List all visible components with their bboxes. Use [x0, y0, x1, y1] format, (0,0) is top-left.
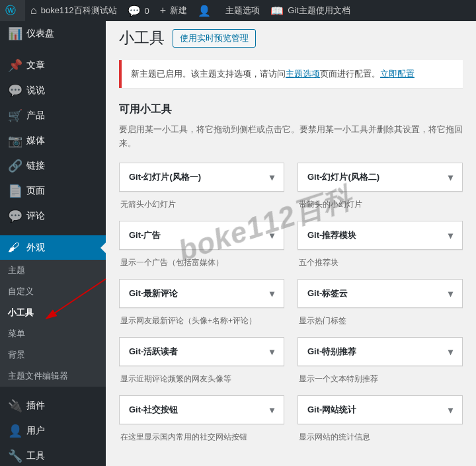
- page-title: 小工具: [119, 28, 165, 48]
- submenu-background[interactable]: 背景: [0, 344, 106, 366]
- comment-icon: 💬: [128, 5, 141, 17]
- camera-icon: 📷: [8, 134, 21, 148]
- sidebar-item-plugins[interactable]: 🔌插件: [0, 393, 106, 418]
- widgets-grid: Git-幻灯片(风格一)无箭头小幻灯片 Git-幻灯片(风格二)带箭头的小幻灯片…: [119, 163, 463, 453]
- sidebar-item-label: 工具: [26, 450, 45, 462]
- widget-item: Git-网站统计显示网站的统计信息: [298, 395, 463, 443]
- available-widgets-title: 可用小工具: [119, 102, 463, 116]
- widget-header[interactable]: Git-特别推荐: [298, 337, 463, 366]
- docs-link[interactable]: 📖Git主题使用文档: [265, 0, 356, 21]
- widget-desc: 在这里显示国内常用的社交网站按钮: [119, 424, 284, 443]
- widget-desc: 显示一个广告（包括富媒体）: [119, 250, 284, 268]
- widget-header[interactable]: Git-标签云: [298, 279, 463, 308]
- widget-header[interactable]: Git-社交按钮: [119, 395, 284, 424]
- widget-desc: 显示网站的统计信息: [298, 424, 463, 443]
- available-widgets-desc: 要启用某一小工具，将它拖动到侧栏或点击它。要禁用某一小工具并删除其设置，将它拖回…: [119, 123, 463, 151]
- widget-desc: 带箭头的小幻灯片: [298, 192, 463, 210]
- widget-desc: 显示近期评论频繁的网友头像等: [119, 366, 284, 385]
- submenu-theme-editor[interactable]: 主题文件编辑器: [0, 366, 106, 387]
- widget-desc: 显示网友最新评论（头像+名称+评论）: [119, 308, 284, 327]
- widget-item: Git-最新评论显示网友最新评论（头像+名称+评论）: [119, 279, 284, 327]
- widget-item: Git-幻灯片(风格二)带箭头的小幻灯片: [298, 163, 463, 210]
- widget-header[interactable]: Git-幻灯片(风格一): [119, 163, 284, 192]
- submenu-customize[interactable]: 自定义: [0, 281, 106, 302]
- widget-header[interactable]: Git-广告: [119, 221, 284, 250]
- widget-item: Git-特别推荐显示一个文本特别推荐: [298, 337, 463, 385]
- widget-desc: 五个推荐块: [298, 250, 463, 268]
- widget-title: Git-特别推荐: [307, 346, 356, 358]
- widget-header[interactable]: Git-幻灯片(风格二): [298, 163, 463, 192]
- sidebar-item-label: 外观: [26, 242, 45, 254]
- sidebar-item-posts[interactable]: 📌文章: [0, 53, 106, 78]
- link-icon: 🔗: [8, 159, 21, 173]
- plus-icon: +: [160, 5, 166, 17]
- comments-link[interactable]: 💬0: [122, 0, 155, 21]
- widget-title: Git-推荐模块: [307, 229, 356, 241]
- sidebar-item-appearance[interactable]: 🖌外观: [0, 235, 106, 260]
- sidebar-item-label: 文章: [26, 59, 45, 71]
- theme-options-label: 主题选项: [225, 5, 260, 17]
- widget-desc: 显示热门标签: [298, 308, 463, 327]
- widget-title: Git-网站统计: [307, 404, 356, 416]
- sidebar-item-media[interactable]: 📷媒体: [0, 128, 106, 153]
- admin-sidebar: 📊仪表盘 📌文章 💬说说 🛒产品 📷媒体 🔗链接 📄页面 💬评论 🖌外观 主题 …: [0, 21, 106, 466]
- submenu-widgets[interactable]: 小工具: [0, 302, 106, 323]
- sidebar-item-shuoshuo[interactable]: 💬说说: [0, 78, 106, 103]
- widget-title: Git-社交按钮: [129, 404, 178, 416]
- widget-header[interactable]: Git-最新评论: [119, 279, 284, 308]
- new-content[interactable]: +新建: [155, 0, 192, 21]
- sidebar-item-links[interactable]: 🔗链接: [0, 153, 106, 178]
- submenu-menus[interactable]: 菜单: [0, 323, 106, 344]
- widget-header[interactable]: Git-活跃读者: [119, 337, 284, 366]
- submenu-themes[interactable]: 主题: [0, 260, 106, 281]
- sidebar-item-dashboard[interactable]: 📊仪表盘: [0, 21, 106, 46]
- brush-icon: 🖌: [8, 241, 21, 254]
- user-icon: 👤: [8, 424, 21, 438]
- widget-title: Git-幻灯片(风格一): [129, 171, 201, 183]
- live-preview-button[interactable]: 使用实时预览管理: [173, 29, 256, 48]
- docs-label: Git主题使用文档: [288, 5, 350, 17]
- sidebar-item-users[interactable]: 👤用户: [0, 418, 106, 444]
- notice-text: 页面进行配置。: [320, 69, 380, 79]
- notice-text: 新主题已启用。该主题支持选项，请访问: [131, 69, 286, 79]
- widget-title: Git-最新评论: [129, 288, 178, 299]
- widget-header[interactable]: Git-推荐模块: [298, 221, 463, 250]
- content-area: 小工具 使用实时预览管理 新主题已启用。该主题支持选项，请访问主题选项页面进行配…: [106, 21, 476, 466]
- home-icon: ⌂: [30, 5, 37, 17]
- sidebar-item-label: 链接: [26, 160, 45, 172]
- chat-icon: 💬: [8, 83, 21, 98]
- sidebar-item-products[interactable]: 🛒产品: [0, 103, 106, 128]
- sidebar-item-label: 用户: [26, 425, 45, 437]
- widget-item: Git-幻灯片(风格一)无箭头小幻灯片: [119, 163, 284, 210]
- widget-desc: 显示一个文本特别推荐: [298, 366, 463, 385]
- new-label: 新建: [170, 5, 187, 17]
- site-link[interactable]: ⌂boke112百科测试站: [25, 0, 122, 21]
- wrench-icon: 🔧: [8, 449, 21, 463]
- comment-icon: 💬: [8, 209, 21, 223]
- sidebar-item-pages[interactable]: 📄页面: [0, 178, 106, 204]
- sidebar-item-label: 页面: [26, 185, 45, 197]
- widget-item: Git-社交按钮在这里显示国内常用的社交网站按钮: [119, 395, 284, 443]
- widget-item: Git-标签云显示热门标签: [298, 279, 463, 327]
- sidebar-item-label: 仪表盘: [26, 28, 54, 40]
- configure-now-link[interactable]: 立即配置: [380, 69, 415, 79]
- widget-header[interactable]: Git-网站统计: [298, 395, 463, 424]
- theme-notice: 新主题已启用。该主题支持选项，请访问主题选项页面进行配置。立即配置: [119, 60, 463, 88]
- wp-logo[interactable]: ⓦ: [0, 0, 25, 21]
- a11y-link[interactable]: 👤: [192, 0, 220, 21]
- widget-item: Git-广告显示一个广告（包括富媒体）: [119, 221, 284, 268]
- sidebar-item-label: 说说: [26, 85, 45, 97]
- sidebar-item-tools[interactable]: 🔧工具: [0, 444, 106, 466]
- person-icon: 👤: [198, 5, 211, 17]
- cart-icon: 🛒: [8, 108, 21, 123]
- sidebar-item-comments[interactable]: 💬评论: [0, 204, 106, 229]
- main-wrap: 📊仪表盘 📌文章 💬说说 🛒产品 📷媒体 🔗链接 📄页面 💬评论 🖌外观 主题 …: [0, 21, 476, 466]
- theme-options-link[interactable]: 主题选项: [286, 69, 320, 79]
- widget-desc: 无箭头小幻灯片: [119, 192, 284, 210]
- plug-icon: 🔌: [8, 399, 21, 413]
- page-header: 小工具 使用实时预览管理: [119, 28, 463, 48]
- sidebar-item-label: 插件: [26, 400, 45, 412]
- theme-options-link[interactable]: 主题选项: [220, 0, 265, 21]
- widget-title: Git-广告: [129, 229, 161, 241]
- dashboard-icon: 📊: [8, 26, 21, 41]
